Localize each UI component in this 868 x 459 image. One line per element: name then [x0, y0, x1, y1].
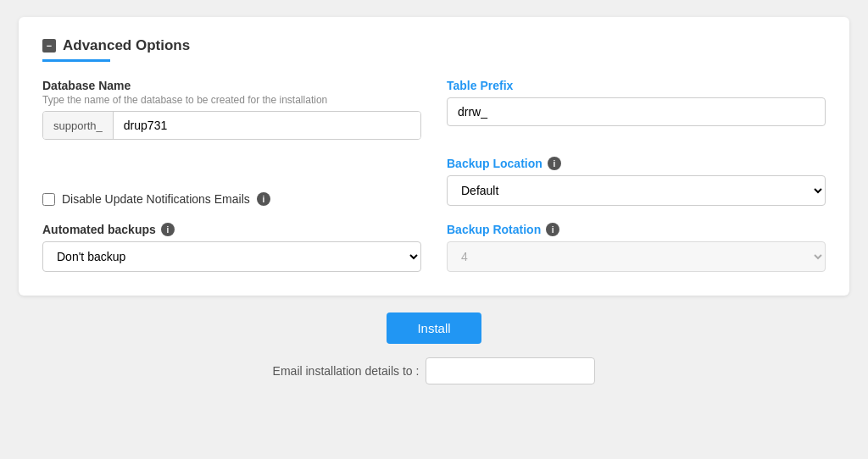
disable-notifications-checkbox[interactable]: [42, 193, 55, 206]
advanced-options-card: − Advanced Options Database Name Type th…: [19, 17, 849, 296]
install-section: Install: [387, 312, 481, 344]
table-prefix-group: Table Prefix: [447, 79, 826, 140]
section-header: − Advanced Options: [42, 37, 826, 54]
backup-location-info-icon[interactable]: i: [548, 157, 561, 170]
email-input[interactable]: [426, 357, 595, 384]
disable-notifications-group: Disable Update Notifications Emails i: [42, 157, 421, 206]
disable-notifications-info-icon[interactable]: i: [257, 192, 270, 206]
form-grid: Database Name Type the name of the datab…: [42, 79, 826, 272]
database-name-label: Database Name: [42, 79, 421, 92]
backup-rotation-label: Backup Rotation: [447, 223, 541, 236]
automated-backups-select[interactable]: Don't backup Daily Weekly Monthly: [42, 241, 421, 272]
install-button[interactable]: Install: [387, 312, 481, 344]
backup-rotation-select[interactable]: 4: [447, 241, 826, 272]
table-prefix-label: Table Prefix: [447, 79, 826, 92]
disable-notifications-label: Disable Update Notifications Emails: [62, 192, 250, 206]
backup-location-select[interactable]: Default Other: [447, 175, 826, 206]
database-name-group: Database Name Type the name of the datab…: [42, 79, 421, 140]
backup-location-label-row: Backup Location i: [447, 157, 826, 170]
database-name-hint: Type the name of the database to be crea…: [42, 94, 421, 106]
automated-backups-info-icon[interactable]: i: [161, 223, 175, 236]
collapse-icon[interactable]: −: [42, 39, 56, 53]
section-underline: [42, 59, 110, 62]
disable-notifications-checkbox-group: Disable Update Notifications Emails i: [42, 192, 421, 206]
automated-backups-label-row: Automated backups i: [42, 223, 421, 236]
database-name-input[interactable]: [114, 112, 420, 139]
automated-backups-group: Automated backups i Don't backup Daily W…: [42, 223, 421, 272]
backup-rotation-info-icon[interactable]: i: [546, 223, 559, 236]
backup-rotation-group: Backup Rotation i 4: [447, 223, 826, 272]
database-name-input-group: supporth_: [42, 111, 421, 140]
automated-backups-label: Automated backups: [42, 223, 156, 236]
section-title: Advanced Options: [63, 37, 190, 54]
backup-location-label: Backup Location: [447, 157, 542, 170]
email-section: Email installation details to :: [273, 357, 596, 384]
email-label: Email installation details to :: [273, 364, 420, 378]
backup-rotation-label-row: Backup Rotation i: [447, 223, 826, 236]
table-prefix-input[interactable]: [447, 97, 826, 126]
backup-location-group: Backup Location i Default Other: [447, 157, 826, 206]
database-name-prefix: supporth_: [43, 112, 114, 139]
